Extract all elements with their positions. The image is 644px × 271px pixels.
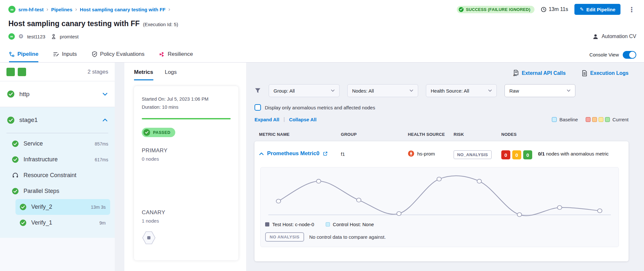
pipeline-icon bbox=[9, 52, 14, 57]
delegate-icon bbox=[51, 34, 56, 39]
metrics-table-header: METRIC NAME GROUP HEALTH SOURCE RISK NOD… bbox=[255, 132, 629, 137]
success-check-icon bbox=[459, 7, 464, 12]
sidebar-step-verify-1[interactable]: Verify_1 9m bbox=[15, 215, 110, 231]
chart-data-point bbox=[437, 177, 441, 181]
control-host-label: Control Host: None bbox=[333, 222, 374, 227]
health-source-value: hs-prom bbox=[417, 151, 435, 156]
sidebar-step-infrastructure[interactable]: Infrastructure 617ms bbox=[0, 152, 115, 167]
collapse-all-link[interactable]: Collapse All bbox=[289, 117, 316, 122]
clock-icon bbox=[541, 7, 546, 12]
chevron-down-icon bbox=[331, 89, 335, 92]
current-yellow-swatch bbox=[599, 117, 603, 122]
execution-tabbar: Pipeline Inputs Policy Evaluations Resil… bbox=[0, 47, 644, 63]
execution-logs-label: Execution Logs bbox=[590, 70, 629, 76]
canary-node-hexagon[interactable] bbox=[142, 231, 231, 245]
tab-pipeline[interactable]: Pipeline bbox=[9, 47, 38, 62]
sidebar-step-resource-constraint[interactable]: Resource Constraint bbox=[0, 167, 115, 183]
chevron-down-icon bbox=[488, 89, 492, 92]
resilience-chaos-icon bbox=[159, 52, 165, 57]
current-orange-swatch bbox=[592, 117, 597, 122]
external-link-icon[interactable] bbox=[323, 151, 328, 156]
current-legend-label: Current bbox=[612, 117, 629, 122]
nodes-summary-text: nodes with anomalous metric bbox=[546, 151, 609, 156]
current-green-swatch bbox=[605, 117, 610, 122]
stage-sidebar: 2 stages http stage1 bbox=[0, 63, 115, 271]
anomalous-only-checkbox[interactable] bbox=[255, 104, 261, 111]
tab-logs[interactable]: Logs bbox=[165, 69, 177, 80]
tab-policy-evaluations[interactable]: Policy Evaluations bbox=[92, 47, 145, 62]
expand-all-link[interactable]: Expand All bbox=[255, 117, 279, 122]
chart-data-point bbox=[316, 179, 321, 183]
column-header-group: GROUP bbox=[341, 132, 408, 137]
toggle-knob bbox=[629, 52, 636, 58]
divider bbox=[6, 133, 108, 133]
current-red-swatch bbox=[586, 117, 591, 122]
pencil-icon: ✎ bbox=[580, 6, 584, 12]
service-name: test1123 bbox=[27, 34, 45, 39]
total-duration-value: 13m 11s bbox=[549, 6, 568, 12]
chevron-right-icon: › bbox=[168, 6, 170, 12]
stage-stage1-label: stage1 bbox=[19, 116, 38, 124]
kebab-menu-icon[interactable]: ⋮ bbox=[627, 6, 636, 13]
view-mode-select[interactable]: Raw bbox=[505, 84, 575, 97]
tab-inputs-label: Inputs bbox=[62, 51, 77, 57]
metric-name-link[interactable]: Prometheus Metric0 bbox=[267, 150, 320, 157]
check-circle-icon bbox=[12, 188, 19, 195]
chevron-right-icon: › bbox=[46, 6, 48, 12]
step-duration: 13m 3s bbox=[91, 205, 106, 210]
sidebar-stage-stage1[interactable]: stage1 bbox=[0, 107, 115, 133]
svg-text:API: API bbox=[513, 74, 517, 76]
api-document-icon: API bbox=[513, 70, 519, 76]
test-host-label: Test Host: c-node-0 bbox=[272, 222, 314, 227]
external-api-calls-link[interactable]: API External API Calls bbox=[513, 70, 566, 76]
chart-data-point bbox=[557, 206, 562, 209]
breadcrumb-pipeline-name[interactable]: Host sampling canary testing with FF bbox=[80, 7, 166, 12]
nodes-summary: 0/1 nodes with anomalous metric bbox=[538, 150, 609, 158]
chevron-up-icon[interactable] bbox=[102, 118, 108, 122]
started-on: Started On: Jul 5, 2023 1:06 PM bbox=[142, 95, 231, 103]
column-header-metric-name: METRIC NAME bbox=[259, 132, 341, 137]
console-view-toggle[interactable] bbox=[623, 51, 636, 59]
health-source-filter-select[interactable]: Health Source: All bbox=[426, 84, 497, 97]
node-count-green: 0 bbox=[523, 150, 532, 159]
chevron-down-icon bbox=[567, 89, 571, 92]
sidebar-step-service[interactable]: Service 857ms bbox=[0, 136, 115, 152]
prometheus-icon bbox=[408, 150, 414, 157]
service-status-icon: ∞ bbox=[8, 33, 15, 40]
passed-badge: PASSED bbox=[142, 128, 175, 137]
filter-funnel-icon bbox=[255, 88, 261, 94]
baseline-legend-label: Baseline bbox=[559, 117, 578, 122]
check-circle-icon bbox=[20, 219, 26, 226]
nodes-summary-count: 0/1 bbox=[538, 151, 545, 156]
stage-count: 2 stages bbox=[88, 69, 108, 75]
nodes-filter-select[interactable]: Nodes: All bbox=[347, 84, 418, 97]
primary-node-count: 0 nodes bbox=[142, 156, 231, 162]
breadcrumb-pipelines[interactable]: Pipelines bbox=[51, 7, 72, 12]
group-filter-value: Group: All bbox=[274, 88, 295, 94]
execution-logs-link[interactable]: Execution Logs bbox=[582, 70, 629, 76]
total-duration: 13m 11s bbox=[541, 6, 568, 12]
tab-resilience[interactable]: Resilience bbox=[159, 47, 193, 62]
edit-pipeline-button[interactable]: ✎ Edit Pipeline bbox=[574, 4, 620, 15]
column-header-nodes: NODES bbox=[501, 132, 624, 137]
console-view-label: Console View bbox=[590, 52, 619, 57]
sidebar-step-parallel-steps[interactable]: Parallel Steps bbox=[0, 183, 115, 199]
metric-row-card: Prometheus Metric0 f1 hs-prom NO_ANALYSI bbox=[255, 141, 629, 261]
status-badge-label: SUCCESS (FAILURE IGNORED) bbox=[466, 7, 530, 12]
sidebar-step-verify-2[interactable]: Verify_2 13m 3s bbox=[15, 199, 110, 215]
breadcrumb-project[interactable]: srm-hf-test bbox=[18, 7, 43, 12]
stage-status-square bbox=[18, 68, 26, 76]
chevron-up-icon[interactable] bbox=[259, 152, 264, 155]
chevron-down-icon[interactable] bbox=[102, 93, 108, 96]
chart-color-legend: Baseline Current bbox=[552, 117, 629, 122]
sidebar-stage-http[interactable]: http bbox=[0, 81, 115, 107]
metric-group-value: f1 bbox=[341, 150, 408, 157]
test-host-swatch bbox=[265, 222, 269, 226]
group-filter-select[interactable]: Group: All bbox=[269, 84, 340, 97]
verification-duration: Duration: 10 mins bbox=[142, 103, 231, 111]
tab-metrics[interactable]: Metrics bbox=[134, 69, 153, 80]
node-count-red: 0 bbox=[501, 150, 510, 159]
tab-inputs[interactable]: Inputs bbox=[53, 47, 77, 62]
risk-badge: NO_ANALYSIS bbox=[454, 150, 492, 159]
canary-node-count: 1 nodes bbox=[142, 218, 231, 224]
